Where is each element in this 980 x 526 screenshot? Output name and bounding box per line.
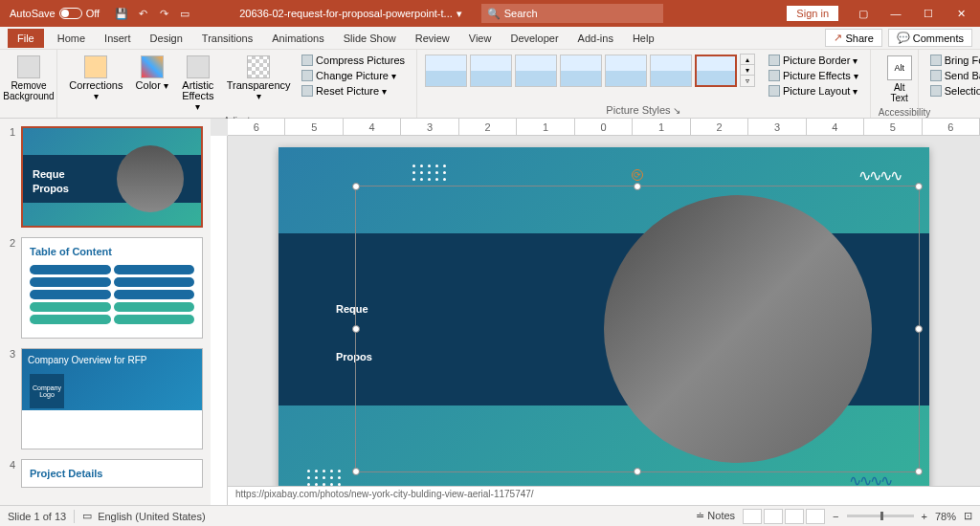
remove-background-button[interactable]: Remove Background (8, 54, 50, 103)
tab-addins[interactable]: Add-ins (568, 29, 623, 48)
change-picture-icon (301, 70, 313, 81)
resize-handle[interactable] (352, 325, 360, 333)
artistic-icon (187, 55, 210, 78)
transparency-icon (247, 55, 270, 78)
reading-view-icon[interactable] (785, 509, 804, 524)
redo-icon[interactable]: ↷ (157, 7, 170, 20)
reset-picture-button[interactable]: Reset Picture ▾ (298, 84, 409, 98)
corrections-button[interactable]: Corrections ▾ (65, 54, 127, 103)
ribbon: Remove Background Corrections ▾ Color ▾ … (0, 50, 980, 119)
bring-forward-icon (930, 55, 942, 66)
comments-button[interactable]: 💬Comments (888, 29, 972, 47)
fit-to-window-icon[interactable]: ⊡ (964, 510, 972, 522)
ribbon-tabs: File Home Insert Design Transitions Anim… (0, 27, 980, 50)
style-option[interactable] (650, 55, 692, 87)
group-label-arrange: Arrange (926, 105, 980, 116)
notes-link[interactable]: https://pixabay.com/photos/new-york-city… (228, 486, 980, 505)
rotate-handle[interactable]: ⟳ (632, 169, 643, 181)
change-picture-button[interactable]: Change Picture ▾ (298, 69, 409, 82)
tab-transitions[interactable]: Transitions (192, 29, 262, 48)
resize-handle[interactable] (915, 183, 923, 190)
maximize-icon[interactable]: ☐ (913, 0, 944, 27)
resize-handle[interactable] (915, 325, 923, 333)
close-icon[interactable]: ✕ (946, 0, 976, 27)
slide-canvas[interactable]: ∿∿∿∿ ✚ RequePropos ∿∿∿∿ ⟳ (278, 147, 929, 486)
corrections-icon (84, 55, 107, 78)
style-option-selected[interactable] (695, 55, 737, 87)
resize-handle[interactable] (352, 468, 360, 475)
tab-slideshow[interactable]: Slide Show (334, 29, 406, 48)
zoom-level[interactable]: 78% (935, 511, 956, 522)
resize-handle[interactable] (915, 468, 923, 475)
gallery-scroll[interactable]: ▴▾▿ (740, 54, 755, 87)
send-backward-icon (930, 70, 942, 81)
search-icon: 🔍 (487, 8, 501, 20)
horizontal-ruler: 6543210123456 (228, 119, 980, 136)
zoom-slider[interactable] (847, 515, 914, 517)
accessibility-icon[interactable]: ▭ (82, 510, 92, 522)
resize-handle[interactable] (634, 468, 641, 475)
border-icon (768, 55, 780, 66)
picture-styles-gallery[interactable]: ▴▾▿ (425, 54, 755, 87)
style-option[interactable] (560, 55, 602, 87)
minimize-icon[interactable]: — (880, 0, 911, 27)
picture-effects-button[interactable]: Picture Effects ▾ (765, 69, 862, 82)
tab-developer[interactable]: Developer (501, 29, 568, 48)
signin-button[interactable]: Sign in (787, 6, 838, 21)
send-backward-button[interactable]: Send Backward ▾ (926, 69, 980, 82)
bring-forward-button[interactable]: Bring Forward ▾ (926, 54, 980, 67)
artistic-effects-button[interactable]: Artistic Effects ▾ (177, 54, 219, 114)
tab-insert[interactable]: Insert (95, 29, 141, 48)
slide-thumbnail-1[interactable]: RequePropos (21, 126, 203, 228)
toggle-switch[interactable] (59, 8, 82, 19)
group-label-accessibility: Accessibility (879, 107, 910, 118)
style-option[interactable] (605, 55, 647, 87)
language-status[interactable]: English (United States) (98, 511, 206, 522)
color-button[interactable]: Color ▾ (131, 54, 173, 93)
selected-picture[interactable]: ⟳ (355, 186, 920, 472)
selection-pane-button[interactable]: Selection Pane (926, 84, 980, 98)
quick-access-toolbar: 💾 ↶ ↷ ▭ (105, 7, 201, 20)
zoom-in-button[interactable]: + (922, 511, 927, 522)
style-option[interactable] (425, 55, 467, 87)
tab-animations[interactable]: Animations (262, 29, 333, 48)
normal-view-icon[interactable] (743, 509, 762, 524)
tab-view[interactable]: View (459, 29, 501, 48)
picture-layout-button[interactable]: Picture Layout ▾ (765, 84, 862, 98)
ribbon-options-icon[interactable]: ▢ (848, 0, 879, 27)
slideshow-view-icon[interactable] (806, 509, 825, 524)
tab-design[interactable]: Design (141, 29, 192, 48)
style-option[interactable] (470, 55, 512, 87)
resize-handle[interactable] (352, 183, 360, 190)
group-label-picture-styles: Picture Styles ↘ (425, 104, 862, 116)
share-button[interactable]: ↗Share (825, 29, 881, 47)
compress-pictures-button[interactable]: Compress Pictures (298, 54, 409, 67)
slide-thumbnail-4[interactable]: Project Details (21, 459, 203, 488)
transparency-button[interactable]: Transparency ▾ (223, 54, 294, 103)
tab-home[interactable]: Home (48, 29, 95, 48)
search-input[interactable]: 🔍 Search (481, 4, 663, 23)
picture-border-button[interactable]: Picture Border ▾ (765, 54, 862, 67)
style-option[interactable] (515, 55, 557, 87)
tab-help[interactable]: Help (623, 29, 664, 48)
workspace: 1 RequePropos 2 Table of Content 3 Compa… (0, 119, 980, 505)
tab-file[interactable]: File (8, 29, 44, 48)
alt-text-button[interactable]: AltAlt Text (879, 54, 921, 105)
alt-text-icon: Alt (887, 55, 912, 80)
remove-background-icon (17, 55, 40, 78)
tab-review[interactable]: Review (406, 29, 459, 48)
save-icon[interactable]: 💾 (115, 7, 128, 20)
slide-thumbnail-2[interactable]: Table of Content (21, 237, 203, 339)
slide-thumbnail-3[interactable]: Company Overview for RFP Company Logo (21, 348, 203, 449)
start-slideshow-icon[interactable]: ▭ (178, 7, 191, 20)
zoom-out-button[interactable]: − (833, 511, 838, 522)
vertical-ruler (211, 136, 228, 505)
autosave-toggle[interactable]: AutoSave Off (4, 8, 105, 19)
slide-thumbnail-panel[interactable]: 1 RequePropos 2 Table of Content 3 Compa… (0, 119, 211, 505)
undo-icon[interactable]: ↶ (136, 7, 149, 20)
effects-icon (768, 70, 780, 81)
notes-toggle[interactable]: ≐ Notes (696, 510, 735, 522)
sorter-view-icon[interactable] (764, 509, 783, 524)
selection-pane-icon (930, 85, 942, 97)
resize-handle[interactable] (634, 183, 641, 190)
